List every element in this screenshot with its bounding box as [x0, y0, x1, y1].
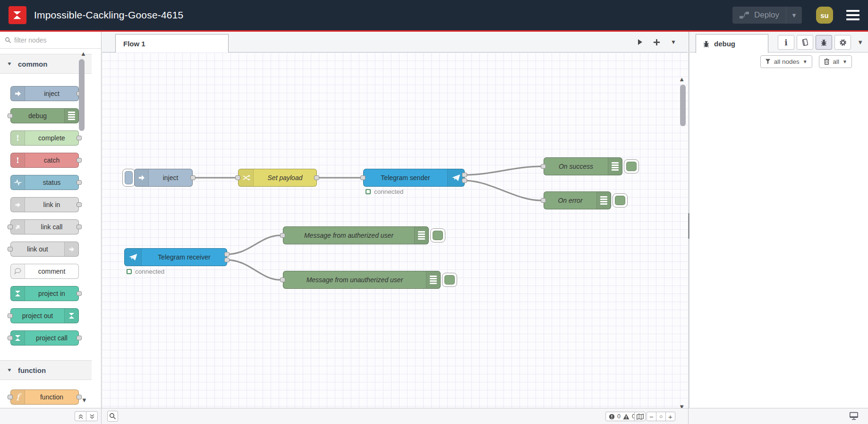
- palette-node-link-out[interactable]: link out: [10, 242, 79, 257]
- output-port-2[interactable]: [462, 178, 467, 183]
- flow-list-dropdown-icon[interactable]: ▼: [671, 39, 676, 45]
- input-port[interactable]: [8, 247, 13, 251]
- palette-node-project-call[interactable]: project call: [10, 330, 79, 346]
- palette-node-link-in[interactable]: link in: [10, 197, 79, 212]
- input-port[interactable]: [280, 233, 285, 238]
- output-port[interactable]: [190, 175, 196, 180]
- input-port[interactable]: [280, 277, 285, 282]
- page-title: Impossible-Cackling-Goose-4615: [34, 9, 183, 21]
- config-tab-button[interactable]: [834, 35, 851, 50]
- project-icon: [11, 331, 25, 345]
- node-status: connected: [127, 268, 164, 275]
- palette-node-project-out[interactable]: project out: [10, 308, 79, 323]
- input-port[interactable]: [8, 113, 13, 118]
- search-flows-button[interactable]: [107, 411, 118, 422]
- open-in-window-button[interactable]: [849, 412, 859, 422]
- input-port[interactable]: [8, 225, 13, 229]
- palette-collapse-all-button[interactable]: [75, 411, 86, 421]
- output-port[interactable]: [77, 136, 82, 140]
- tab-scroll-right-icon[interactable]: [637, 39, 643, 45]
- status-connected-icon: [127, 269, 132, 274]
- output-port[interactable]: [77, 225, 82, 229]
- deploy-options-button[interactable]: ▼: [786, 7, 802, 24]
- palette-section-function[interactable]: ▼ function: [0, 360, 92, 380]
- node-status: connected: [366, 188, 403, 195]
- tab-flow-1[interactable]: Flow 1: [115, 34, 229, 53]
- input-port[interactable]: [8, 313, 13, 318]
- output-port-1[interactable]: [462, 173, 467, 177]
- palette-scrollbar[interactable]: [79, 59, 85, 131]
- flow-node-telegram-receiver[interactable]: Telegram receiver: [124, 248, 227, 266]
- input-port[interactable]: [8, 395, 13, 399]
- palette-node-inject[interactable]: inject: [10, 86, 79, 101]
- debug-toggle-button[interactable]: [624, 159, 639, 173]
- flow-canvas[interactable]: inject Set payload Telegram sender conne…: [102, 52, 688, 408]
- debug-filter-button[interactable]: all nodes ▼: [760, 55, 812, 68]
- debug-list-icon: [596, 192, 611, 209]
- header: Impossible-Cackling-Goose-4615 Deploy ▼ …: [0, 0, 868, 30]
- palette-node-catch[interactable]: ! catch: [10, 153, 79, 168]
- flow-node-set-payload[interactable]: Set payload: [238, 169, 317, 187]
- error-icon: [609, 414, 615, 420]
- flow-node-msg-unauthorized[interactable]: Message from unautherized user: [283, 271, 441, 289]
- palette-expand-all-button[interactable]: [86, 411, 98, 421]
- workspace: Flow 1 ▼ inject: [102, 32, 688, 408]
- palette-scroll-down-icon[interactable]: ▼: [81, 397, 87, 404]
- palette-node-comment[interactable]: comment: [10, 264, 79, 279]
- output-port-1[interactable]: [224, 252, 230, 257]
- output-port[interactable]: [77, 291, 82, 296]
- output-port[interactable]: [77, 202, 82, 207]
- flow-node-on-success[interactable]: On success: [544, 157, 622, 175]
- debug-toggle-button[interactable]: [442, 273, 457, 287]
- output-port[interactable]: [314, 175, 319, 180]
- palette-node-debug[interactable]: debug: [10, 108, 79, 123]
- book-icon: [801, 38, 809, 46]
- inject-trigger-button[interactable]: [122, 169, 135, 187]
- palette-node-link-call[interactable]: link call: [10, 219, 79, 234]
- main-menu-button[interactable]: [846, 10, 859, 20]
- zoom-reset-button[interactable]: ○: [656, 412, 666, 421]
- chevron-down-icon: ▼: [7, 61, 12, 66]
- help-tab-button[interactable]: [797, 35, 813, 50]
- input-port[interactable]: [8, 336, 13, 340]
- output-port[interactable]: [77, 158, 82, 163]
- palette-scroll-up-icon[interactable]: ▲: [80, 50, 86, 57]
- output-port-2[interactable]: [224, 258, 230, 262]
- info-tab-button[interactable]: i: [778, 35, 794, 50]
- output-port[interactable]: [77, 180, 82, 185]
- tab-debug[interactable]: debug: [696, 34, 768, 53]
- flow-issues-indicator[interactable]: 0 0: [605, 412, 638, 421]
- zoom-in-button[interactable]: +: [665, 412, 675, 421]
- debug-clear-button[interactable]: all ▼: [819, 55, 852, 68]
- input-port[interactable]: [360, 175, 366, 180]
- input-port[interactable]: [235, 175, 240, 180]
- debug-tab-button[interactable]: [816, 35, 832, 50]
- debug-toggle-button[interactable]: [613, 193, 628, 208]
- palette-section-label: common: [18, 60, 48, 68]
- flow-node-msg-authorized[interactable]: Message from autherized user: [283, 226, 429, 244]
- palette-node-complete[interactable]: ! complete: [10, 130, 79, 146]
- deploy-icon: [739, 10, 749, 20]
- input-port[interactable]: [541, 198, 546, 203]
- sidebar-menu-icon[interactable]: ▼: [857, 39, 863, 46]
- user-avatar[interactable]: su: [816, 7, 833, 24]
- add-flow-button[interactable]: [653, 39, 660, 46]
- sidebar-tabbar: debug i ▼: [689, 32, 868, 52]
- palette-node-status[interactable]: status: [10, 175, 79, 190]
- flow-node-telegram-sender[interactable]: Telegram sender: [363, 169, 465, 187]
- function-icon: f: [11, 390, 25, 404]
- flow-node-on-error[interactable]: On error: [544, 191, 611, 209]
- palette-filter-input[interactable]: [14, 36, 80, 44]
- bug-icon: [820, 39, 827, 46]
- navigator-button[interactable]: [634, 412, 646, 421]
- output-port[interactable]: [77, 336, 82, 340]
- flow-node-inject[interactable]: inject: [134, 169, 193, 187]
- statusbar: 0 0 − ○ +: [0, 408, 868, 424]
- input-port[interactable]: [541, 164, 546, 169]
- palette-section-common[interactable]: ▼ common: [0, 54, 92, 74]
- palette-node-project-in[interactable]: project in: [10, 286, 79, 301]
- palette-node-function[interactable]: f function: [10, 389, 79, 405]
- zoom-out-button[interactable]: −: [647, 412, 656, 421]
- deploy-button[interactable]: Deploy: [732, 10, 786, 20]
- debug-toggle-button[interactable]: [430, 228, 445, 242]
